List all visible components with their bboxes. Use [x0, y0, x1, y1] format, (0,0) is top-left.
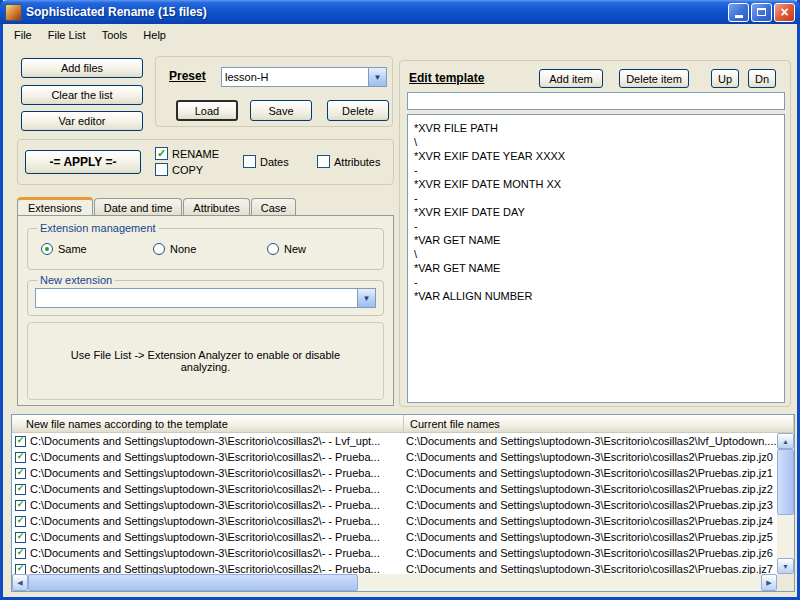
check-icon: ✓ [157, 148, 166, 159]
row-checkbox[interactable]: ✓ [15, 436, 26, 447]
maximize-button[interactable] [751, 3, 772, 22]
scroll-left-icon[interactable]: ◀ [12, 574, 28, 591]
table-row[interactable]: ✓ C:\Documents and Settings\uptodown-3\E… [12, 465, 777, 481]
horizontal-scroll-thumb[interactable] [28, 574, 358, 591]
copy-checkbox-box[interactable] [155, 163, 168, 176]
table-row[interactable]: ✓ C:\Documents and Settings\uptodown-3\E… [12, 481, 777, 497]
row-checkbox[interactable]: ✓ [15, 484, 26, 495]
row-checkbox[interactable]: ✓ [15, 564, 26, 575]
var-editor-button[interactable]: Var editor [21, 111, 143, 131]
vertical-scroll-thumb[interactable] [777, 449, 794, 515]
new-filename-cell: C:\Documents and Settings\uptodown-3\Esc… [30, 467, 400, 479]
table-row[interactable]: ✓ C:\Documents and Settings\uptodown-3\E… [12, 561, 777, 574]
radio-new-circle[interactable] [267, 243, 279, 255]
maximize-icon [757, 8, 766, 16]
template-item[interactable]: *VAR GET NAME [414, 233, 784, 247]
template-item[interactable]: - [414, 191, 784, 205]
radio-new[interactable]: New [267, 243, 306, 255]
template-item[interactable]: *XVR EXIF DATE YEAR XXXX [414, 149, 784, 163]
row-checkbox[interactable]: ✓ [15, 548, 26, 559]
close-icon: × [780, 5, 788, 19]
current-filename-cell: C:\Documents and Settings\uptodown-3\Esc… [400, 467, 777, 479]
scroll-up-icon[interactable]: ▲ [777, 433, 794, 449]
apply-button[interactable]: -= APPLY =- [25, 150, 141, 174]
new-extension-title: New extension [37, 274, 115, 286]
template-item[interactable]: *VAR GET NAME [414, 261, 784, 275]
template-items-list[interactable]: *XVR FILE PATH \ *XVR EXIF DATE YEAR XXX… [407, 114, 785, 403]
chevron-down-icon[interactable]: ▼ [357, 289, 375, 307]
scroll-right-icon[interactable]: ▶ [761, 574, 777, 591]
vertical-scrollbar[interactable]: ▲ ▼ [777, 433, 794, 574]
menu-file-list[interactable]: File List [40, 26, 94, 44]
add-item-button[interactable]: Add item [539, 69, 603, 88]
close-button[interactable]: × [774, 3, 795, 22]
preset-combobox[interactable]: lesson-H ▼ [221, 67, 387, 87]
horizontal-scrollbar[interactable]: ◀ ▶ [12, 574, 777, 591]
table-row[interactable]: ✓ C:\Documents and Settings\uptodown-3\E… [12, 545, 777, 561]
add-files-button[interactable]: Add files [21, 58, 143, 78]
new-filename-cell: C:\Documents and Settings\uptodown-3\Esc… [30, 547, 400, 559]
menu-tools[interactable]: Tools [94, 26, 136, 44]
menu-help[interactable]: Help [135, 26, 174, 44]
new-filename-cell: C:\Documents and Settings\uptodown-3\Esc… [30, 435, 400, 447]
clear-list-button[interactable]: Clear the list [21, 85, 143, 105]
chevron-down-icon[interactable]: ▼ [368, 68, 386, 86]
save-button[interactable]: Save [250, 100, 312, 121]
radio-none-circle[interactable] [153, 243, 165, 255]
rename-checkbox-box[interactable]: ✓ [155, 147, 168, 160]
dates-checkbox-box[interactable] [243, 155, 256, 168]
template-item[interactable]: - [414, 219, 784, 233]
table-row[interactable]: ✓ C:\Documents and Settings\uptodown-3\E… [12, 433, 777, 449]
template-item[interactable]: \ [414, 135, 784, 149]
radio-same[interactable]: Same [41, 243, 87, 255]
extension-management-title: Extension management [37, 222, 159, 234]
row-checkbox[interactable]: ✓ [15, 532, 26, 543]
template-item[interactable]: *XVR FILE PATH [414, 121, 784, 135]
attributes-checkbox-box[interactable] [317, 155, 330, 168]
row-checkbox[interactable]: ✓ [15, 452, 26, 463]
row-checkbox[interactable]: ✓ [15, 516, 26, 527]
title-bar[interactable]: Sophisticated Rename (15 files) × [0, 0, 800, 24]
check-icon: ✓ [17, 516, 25, 525]
template-item[interactable]: - [414, 163, 784, 177]
table-row[interactable]: ✓ C:\Documents and Settings\uptodown-3\E… [12, 529, 777, 545]
minimize-button[interactable] [728, 3, 749, 22]
app-icon[interactable] [5, 4, 22, 21]
check-icon: ✓ [17, 436, 25, 445]
rename-checkbox[interactable]: ✓ RENAME [155, 147, 219, 160]
scroll-down-icon[interactable]: ▼ [777, 558, 794, 574]
row-checkbox[interactable]: ✓ [15, 468, 26, 479]
up-button[interactable]: Up [711, 69, 739, 88]
template-item[interactable]: \ [414, 247, 784, 261]
table-row[interactable]: ✓ C:\Documents and Settings\uptodown-3\E… [12, 497, 777, 513]
file-list-header: New file names according to the template… [12, 415, 794, 433]
copy-checkbox[interactable]: COPY [155, 163, 203, 176]
radio-same-circle[interactable] [41, 243, 53, 255]
delete-button[interactable]: Delete [327, 100, 389, 121]
table-row[interactable]: ✓ C:\Documents and Settings\uptodown-3\E… [12, 449, 777, 465]
template-item[interactable]: *XVR EXIF DATE MONTH XX [414, 177, 784, 191]
row-checkbox[interactable]: ✓ [15, 500, 26, 511]
new-extension-combobox[interactable]: ▼ [35, 288, 376, 308]
dates-checkbox[interactable]: Dates [243, 155, 289, 168]
check-icon: ✓ [17, 452, 25, 461]
template-item[interactable]: *XVR EXIF DATE DAY [414, 205, 784, 219]
table-row[interactable]: ✓ C:\Documents and Settings\uptodown-3\E… [12, 513, 777, 529]
template-item[interactable]: - [414, 275, 784, 289]
radio-none[interactable]: None [153, 243, 196, 255]
column-header-new-names[interactable]: New file names according to the template [12, 415, 404, 433]
load-button[interactable]: Load [176, 100, 238, 121]
template-item-input[interactable] [407, 92, 785, 110]
template-item[interactable]: *VAR ALLIGN NUMBER [414, 289, 784, 303]
attributes-checkbox[interactable]: Attributes [317, 155, 380, 168]
check-icon: ✓ [17, 532, 25, 541]
delete-item-button[interactable]: Delete item [619, 69, 689, 88]
vertical-scroll-track[interactable] [777, 449, 794, 558]
column-header-current-names[interactable]: Current file names [404, 415, 794, 433]
window-controls: × [728, 3, 795, 22]
new-filename-cell: C:\Documents and Settings\uptodown-3\Esc… [30, 515, 400, 527]
down-button[interactable]: Dn [748, 69, 776, 88]
analyzer-info-box: Use File List -> Extension Analyzer to e… [27, 322, 384, 400]
menu-file[interactable]: File [6, 26, 40, 44]
scrollbar-corner [777, 574, 794, 591]
